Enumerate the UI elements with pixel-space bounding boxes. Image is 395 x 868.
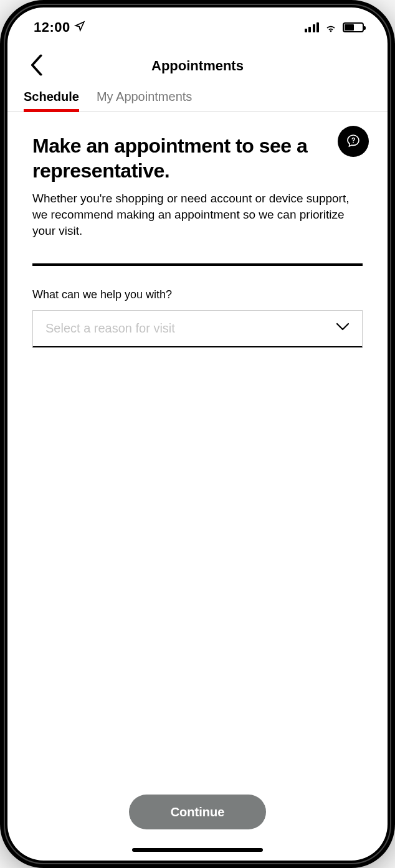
help-button[interactable] — [338, 126, 369, 157]
divider — [32, 263, 363, 266]
page-title: Appointments — [151, 58, 244, 74]
select-placeholder: Select a reason for visit — [45, 321, 175, 336]
content: Make an appointment to see a representat… — [7, 112, 388, 782]
tabs: Schedule My Appointments — [7, 85, 388, 112]
tab-schedule[interactable]: Schedule — [24, 85, 79, 111]
wifi-icon — [324, 21, 338, 34]
chat-help-icon — [346, 133, 361, 150]
location-icon — [74, 19, 85, 35]
phone-frame: 12:00 — [0, 0, 395, 868]
chevron-left-icon — [30, 68, 42, 78]
nav-header: Appointments — [7, 47, 388, 85]
tab-my-appointments[interactable]: My Appointments — [97, 85, 192, 111]
status-bar: 12:00 — [7, 7, 388, 47]
status-time: 12:00 — [34, 19, 70, 35]
back-button[interactable] — [25, 50, 47, 83]
signal-icon — [305, 22, 320, 32]
continue-button[interactable]: Continue — [129, 795, 266, 829]
subheading: Whether you're shopping or need account … — [32, 191, 363, 240]
field-label: What can we help you with? — [32, 288, 363, 301]
heading: Make an appointment to see a representat… — [32, 133, 363, 183]
reason-select[interactable]: Select a reason for visit — [32, 310, 363, 347]
screen: 12:00 — [7, 7, 388, 861]
svg-point-0 — [353, 141, 354, 143]
battery-icon — [343, 22, 364, 32]
home-indicator[interactable] — [132, 848, 263, 852]
chevron-down-icon — [336, 323, 350, 334]
